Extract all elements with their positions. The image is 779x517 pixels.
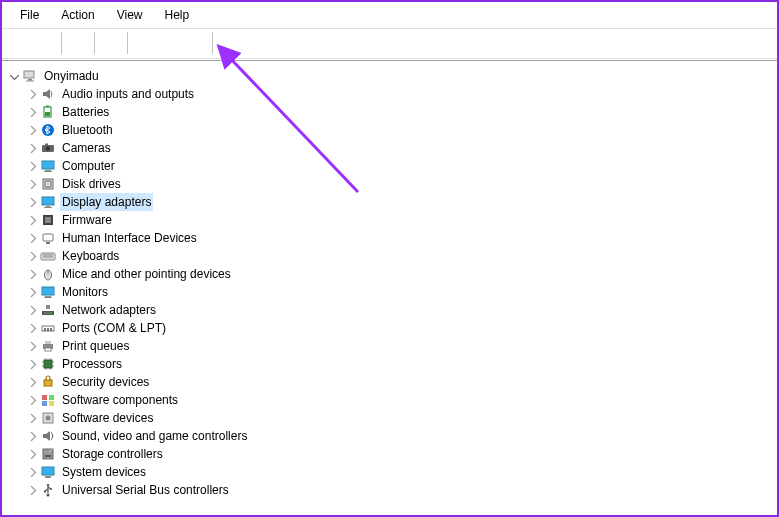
expander-closed-icon[interactable] — [24, 392, 40, 408]
expander-closed-icon[interactable] — [24, 230, 40, 246]
svg-point-50 — [47, 312, 49, 314]
expander-closed-icon[interactable] — [24, 104, 40, 120]
svg-point-51 — [50, 312, 52, 314]
system-icon — [40, 464, 56, 480]
expander-closed-icon[interactable] — [24, 194, 40, 210]
expander-closed-icon[interactable] — [24, 158, 40, 174]
tree-item-display[interactable]: Display adapters — [6, 193, 773, 211]
expander-closed-icon[interactable] — [24, 122, 40, 138]
svg-rect-45 — [42, 287, 54, 295]
expander-closed-icon[interactable] — [24, 356, 40, 372]
storage-icon — [40, 446, 56, 462]
tree-item-keyboard[interactable]: Keyboards — [6, 247, 773, 265]
audio-icon — [40, 86, 56, 102]
tree-item-label: Computer — [60, 157, 117, 175]
tree-item-firmware[interactable]: Firmware — [6, 211, 773, 229]
back-button[interactable] — [7, 31, 31, 55]
properties-button[interactable] — [99, 31, 123, 55]
action-menu-button[interactable] — [158, 31, 182, 55]
help-button[interactable]: ? — [132, 31, 156, 55]
tree-item-camera[interactable]: Cameras — [6, 139, 773, 157]
tree-item-hid[interactable]: Human Interface Devices — [6, 229, 773, 247]
svg-rect-47 — [44, 297, 52, 298]
tree-item-label: Batteries — [60, 103, 111, 121]
expander-closed-icon[interactable] — [24, 86, 40, 102]
svg-rect-58 — [45, 341, 51, 344]
tree-item-label: Mice and other pointing devices — [60, 265, 233, 283]
tree-item-network[interactable]: Network adapters — [6, 301, 773, 319]
forward-button[interactable] — [33, 31, 57, 55]
tree-item-sound[interactable]: Sound, video and game controllers — [6, 427, 773, 445]
tree-root[interactable]: Onyimadu — [6, 67, 773, 85]
svg-point-23 — [42, 124, 54, 136]
tree-item-computer[interactable]: Computer — [6, 157, 773, 175]
show-connection-tree-button[interactable] — [66, 31, 90, 55]
expander-closed-icon[interactable] — [24, 338, 40, 354]
svg-rect-76 — [43, 449, 53, 459]
menu-file[interactable]: File — [10, 6, 49, 24]
menu-view[interactable]: View — [107, 6, 153, 24]
svg-rect-28 — [45, 170, 51, 171]
tree-item-bluetooth[interactable]: Bluetooth — [6, 121, 773, 139]
expander-closed-icon[interactable] — [24, 266, 40, 282]
tree-item-swcomp[interactable]: Software components — [6, 391, 773, 409]
expander-closed-icon[interactable] — [24, 212, 40, 228]
tree-item-disk[interactable]: Disk drives — [6, 175, 773, 193]
computer-root-icon — [22, 68, 38, 84]
svg-rect-70 — [42, 395, 47, 400]
menu-help[interactable]: Help — [155, 6, 200, 24]
sound-icon — [40, 428, 56, 444]
update-driver-button[interactable] — [184, 31, 208, 55]
expander-closed-icon[interactable] — [24, 320, 40, 336]
svg-rect-37 — [45, 217, 51, 223]
svg-rect-55 — [47, 328, 49, 331]
tree-item-monitor[interactable]: Monitors — [6, 283, 773, 301]
expander-closed-icon[interactable] — [24, 428, 40, 444]
svg-point-49 — [44, 312, 46, 314]
device-tree[interactable]: Onyimadu Audio inputs and outputsBatteri… — [2, 61, 777, 516]
tree-item-label: Monitors — [60, 283, 110, 301]
svg-rect-78 — [42, 467, 54, 475]
tree-item-label: Firmware — [60, 211, 114, 229]
svg-rect-35 — [44, 207, 52, 208]
expander-open-icon[interactable] — [6, 68, 22, 84]
expander-closed-icon[interactable] — [24, 464, 40, 480]
swcomp-icon — [40, 392, 56, 408]
tree-item-port[interactable]: Ports (COM & LPT) — [6, 319, 773, 337]
expander-closed-icon[interactable] — [24, 140, 40, 156]
expander-closed-icon[interactable] — [24, 176, 40, 192]
tree-item-label: Disk drives — [60, 175, 123, 193]
tree-item-audio[interactable]: Audio inputs and outputs — [6, 85, 773, 103]
svg-point-75 — [46, 416, 51, 421]
tree-item-battery[interactable]: Batteries — [6, 103, 773, 121]
expander-closed-icon[interactable] — [24, 446, 40, 462]
svg-point-80 — [47, 494, 50, 497]
monitor-icon — [40, 284, 56, 300]
tree-item-storage[interactable]: Storage controllers — [6, 445, 773, 463]
svg-rect-54 — [44, 328, 46, 331]
port-icon — [40, 320, 56, 336]
security-icon — [40, 374, 56, 390]
tree-item-label: Processors — [60, 355, 124, 373]
tree-item-system[interactable]: System devices — [6, 463, 773, 481]
expander-closed-icon[interactable] — [24, 482, 40, 498]
menu-action[interactable]: Action — [51, 6, 104, 24]
separator — [127, 32, 128, 54]
tree-item-swdev[interactable]: Software devices — [6, 409, 773, 427]
svg-rect-56 — [50, 328, 52, 331]
expander-closed-icon[interactable] — [24, 374, 40, 390]
expander-closed-icon[interactable] — [24, 302, 40, 318]
svg-rect-79 — [45, 476, 51, 478]
expander-closed-icon[interactable] — [24, 284, 40, 300]
tree-item-label: Network adapters — [60, 301, 158, 319]
tree-item-usb[interactable]: Universal Serial Bus controllers — [6, 481, 773, 499]
tree-item-cpu[interactable]: Processors — [6, 355, 773, 373]
expander-closed-icon[interactable] — [24, 248, 40, 264]
svg-rect-22 — [45, 112, 50, 116]
tree-item-printer[interactable]: Print queues — [6, 337, 773, 355]
expander-closed-icon[interactable] — [24, 410, 40, 426]
scan-hardware-button[interactable] — [217, 31, 241, 55]
tree-item-mouse[interactable]: Mice and other pointing devices — [6, 265, 773, 283]
tree-item-security[interactable]: Security devices — [6, 373, 773, 391]
svg-rect-19 — [26, 81, 34, 82]
